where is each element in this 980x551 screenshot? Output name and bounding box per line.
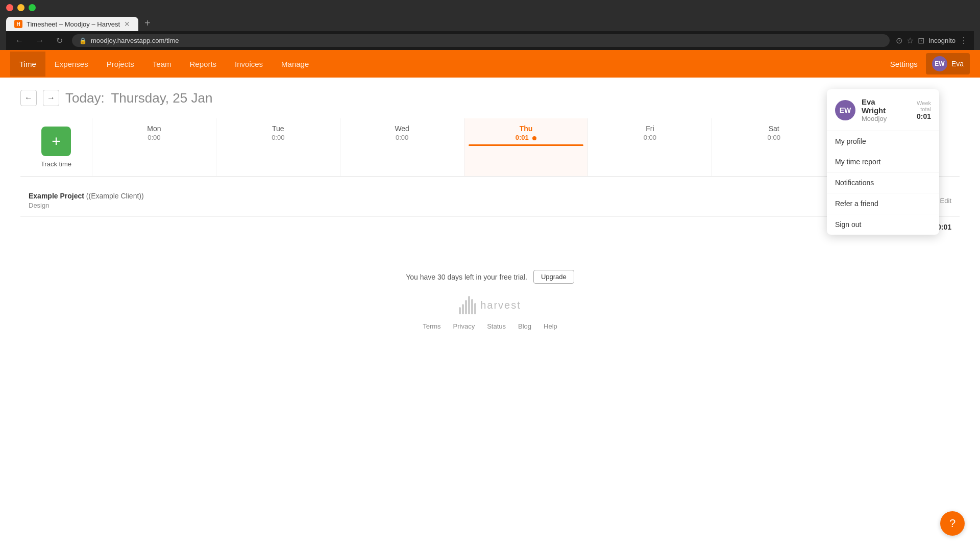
dropdown-week-total-container: Week total 0:01: [906, 100, 931, 120]
dropdown-avatar: EW: [835, 100, 855, 120]
dropdown-user-name: Eva Wright: [862, 97, 900, 115]
dropdown-my-time-report[interactable]: My time report: [827, 152, 939, 172]
dropdown-notifications[interactable]: Notifications: [827, 172, 939, 193]
dropdown-week-total-value: 0:01: [906, 112, 931, 120]
dropdown-company: Moodjoy: [862, 115, 900, 122]
user-dropdown-menu: EW Eva Wright Moodjoy Week total 0:01 My…: [827, 89, 939, 235]
dropdown-my-profile[interactable]: My profile: [827, 131, 939, 152]
dropdown-user-info: Eva Wright Moodjoy: [862, 97, 900, 122]
dropdown-week-total-label: Week total: [906, 100, 931, 112]
dropdown-header: EW Eva Wright Moodjoy Week total 0:01: [827, 89, 939, 131]
dropdown-refer-friend[interactable]: Refer a friend: [827, 193, 939, 214]
dropdown-backdrop[interactable]: [0, 0, 980, 551]
dropdown-sign-out[interactable]: Sign out: [827, 214, 939, 235]
